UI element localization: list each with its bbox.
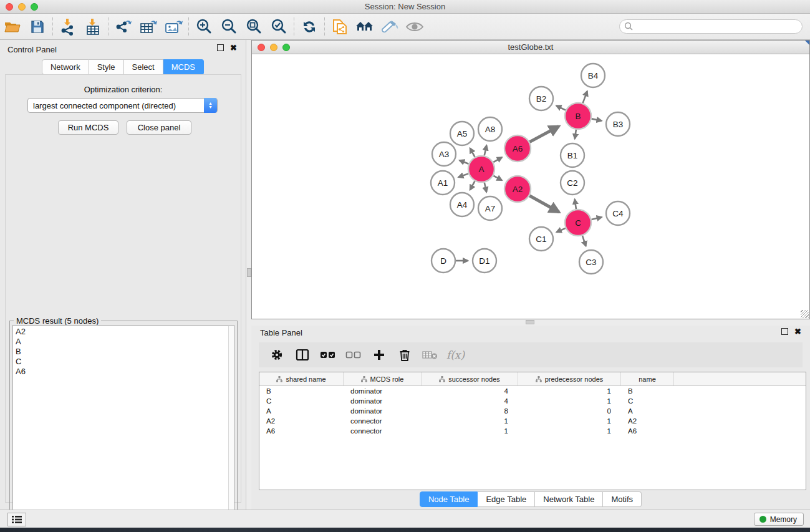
import-table-icon[interactable] xyxy=(80,16,105,37)
table-row[interactable]: Cdominator41C xyxy=(259,396,806,406)
mcds-result-item[interactable]: A2 xyxy=(16,327,228,337)
close-window-button[interactable] xyxy=(6,3,13,11)
close-panel-icon[interactable]: ✖ xyxy=(794,328,801,335)
edge-B-B2[interactable] xyxy=(556,105,566,110)
table-cell[interactable]: 1 xyxy=(518,397,621,405)
delete-column-icon[interactable] xyxy=(393,346,416,364)
window-resize-grip[interactable] xyxy=(801,310,809,318)
close-panel-button[interactable]: Close panel xyxy=(127,120,191,135)
export-network-icon[interactable] xyxy=(111,16,136,37)
graph-node-A7[interactable]: A7 xyxy=(478,196,502,220)
table-cell[interactable]: dominator xyxy=(344,387,422,395)
table-cell[interactable]: A xyxy=(259,407,344,415)
edge-A2-C[interactable] xyxy=(529,196,559,212)
tab-mcds[interactable]: MCDS xyxy=(163,59,204,75)
network-zoom-button[interactable] xyxy=(282,44,290,51)
float-panel-icon[interactable] xyxy=(781,328,788,335)
graph-node-A5[interactable]: A5 xyxy=(450,122,474,145)
open-file-icon[interactable] xyxy=(0,16,25,37)
edge-A-A3[interactable] xyxy=(460,160,469,164)
edge-A-A7[interactable] xyxy=(485,182,486,191)
edge-A-A4[interactable] xyxy=(470,181,475,190)
table-row[interactable]: A6connector11A6 xyxy=(259,426,806,436)
graphics-details-icon[interactable] xyxy=(377,16,402,37)
graph-node-D[interactable]: D xyxy=(432,249,455,273)
memory-button[interactable]: Memory xyxy=(754,513,804,526)
table-cell[interactable]: B xyxy=(259,387,344,395)
task-history-button[interactable] xyxy=(7,513,26,526)
save-session-icon[interactable] xyxy=(25,16,50,37)
graph-node-A1[interactable]: A1 xyxy=(431,171,455,195)
graph-node-A2[interactable]: A2 xyxy=(504,176,531,202)
graph-node-A[interactable]: A xyxy=(468,156,494,182)
settings-gear-icon[interactable] xyxy=(265,346,288,364)
mcds-result-list[interactable]: A2ABCA6 xyxy=(12,325,229,530)
edge-A-A6[interactable] xyxy=(493,157,502,162)
graph-node-A6[interactable]: A6 xyxy=(504,135,531,162)
tab-motifs[interactable]: Motifs xyxy=(603,491,642,507)
graph-node-C[interactable]: C xyxy=(565,210,591,236)
edge-C-C4[interactable] xyxy=(591,217,602,220)
close-panel-icon[interactable]: ✖ xyxy=(230,44,237,51)
tab-node-table[interactable]: Node Table xyxy=(420,491,478,507)
table-cell[interactable]: dominator xyxy=(344,407,422,415)
table-cell[interactable]: A6 xyxy=(621,427,674,435)
home-icon[interactable] xyxy=(352,16,377,37)
table-cell[interactable]: connector xyxy=(344,417,422,425)
mcds-result-item[interactable]: A6 xyxy=(16,367,228,377)
node-table[interactable]: shared nameMCDS rolesuccessor nodesprede… xyxy=(259,372,806,490)
edge-C-C3[interactable] xyxy=(582,236,586,246)
table-cell[interactable]: A xyxy=(621,407,674,415)
table-cell[interactable]: C xyxy=(259,397,344,405)
table-cell[interactable]: C xyxy=(621,397,674,405)
minimize-window-button[interactable] xyxy=(18,3,26,11)
zoom-window-button[interactable] xyxy=(31,3,38,11)
edge-B-B1[interactable] xyxy=(575,130,576,139)
export-image-icon[interactable] xyxy=(161,16,186,37)
split-divider-handle[interactable] xyxy=(526,320,534,324)
table-row[interactable]: Bdominator41B xyxy=(259,386,806,396)
mcds-result-item[interactable]: B xyxy=(16,347,228,357)
table-row[interactable]: Adominator80A xyxy=(259,406,806,416)
graph-node-C4[interactable]: C4 xyxy=(606,201,630,225)
graph-node-C1[interactable]: C1 xyxy=(529,227,553,251)
table-cell[interactable]: connector xyxy=(344,427,422,435)
table-cell[interactable]: A6 xyxy=(259,427,344,435)
search-input[interactable] xyxy=(619,19,803,34)
column-header-predecessor-nodes[interactable]: predecessor nodes xyxy=(518,372,621,385)
column-header-successor-nodes[interactable]: successor nodes xyxy=(422,372,518,385)
table-cell[interactable]: 1 xyxy=(518,387,621,395)
tab-style[interactable]: Style xyxy=(89,59,124,75)
graph-node-B2[interactable]: B2 xyxy=(529,87,553,110)
column-header-name[interactable]: name xyxy=(621,372,674,385)
network-minimize-button[interactable] xyxy=(270,44,277,51)
table-row[interactable]: A2connector11A2 xyxy=(259,416,806,426)
edge-A6-B[interactable] xyxy=(529,127,559,142)
network-graph-canvas[interactable]: AA1A2A3A4A5A6A7A8BB1B2B3B4CC1C2C3C4DD1 xyxy=(252,54,809,319)
function-builder-icon[interactable]: f(x) xyxy=(444,346,467,364)
run-mcds-button[interactable]: Run MCDS xyxy=(58,120,118,135)
graph-node-A3[interactable]: A3 xyxy=(432,142,456,166)
delete-table-icon[interactable] xyxy=(418,346,441,364)
criterion-dropdown[interactable]: largest connected component (directed) ▲… xyxy=(27,98,218,113)
mcds-result-item[interactable]: C xyxy=(16,357,228,367)
edge-B-B3[interactable] xyxy=(592,118,602,120)
tab-network[interactable]: Network xyxy=(42,59,89,75)
graph-node-A8[interactable]: A8 xyxy=(478,117,502,141)
split-divider-handle[interactable] xyxy=(247,268,251,277)
refresh-icon[interactable] xyxy=(297,16,322,37)
edge-B-B4[interactable] xyxy=(583,91,587,103)
graph-node-B3[interactable]: B3 xyxy=(606,112,630,136)
mcds-result-scrollbar[interactable] xyxy=(228,325,234,530)
table-cell[interactable]: 1 xyxy=(518,417,621,425)
add-column-icon[interactable] xyxy=(367,346,390,364)
detach-corner-icon[interactable] xyxy=(805,41,809,45)
table-cell[interactable]: A2 xyxy=(621,417,674,425)
select-all-icon[interactable] xyxy=(316,346,339,364)
deselect-all-icon[interactable] xyxy=(342,346,365,364)
tab-edge-table[interactable]: Edge Table xyxy=(478,491,535,507)
graph-node-B[interactable]: B xyxy=(565,103,591,129)
edge-C-C2[interactable] xyxy=(575,199,576,209)
graph-node-C3[interactable]: C3 xyxy=(579,250,603,274)
float-panel-icon[interactable] xyxy=(217,44,224,51)
